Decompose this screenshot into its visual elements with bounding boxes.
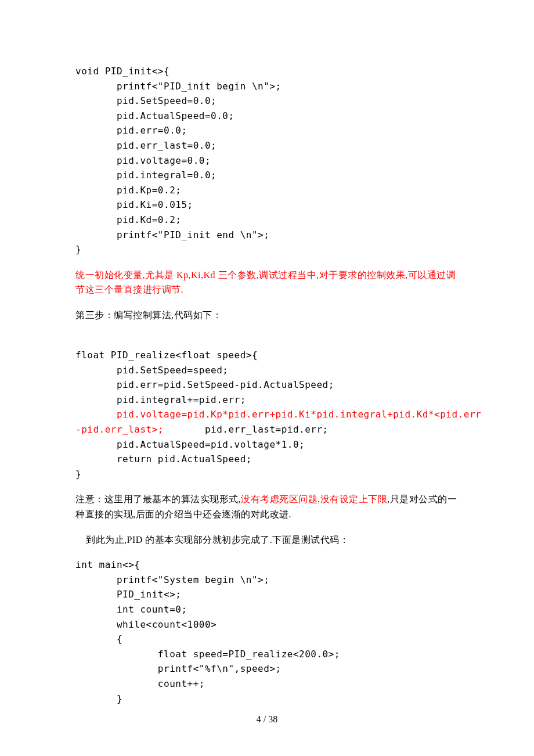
page-number: 4 / 38 [0, 712, 534, 727]
code-block-main: int main<>{ printf<"System begin \n">; P… [75, 557, 459, 706]
code-block-pid-init: void PID_init<>{ printf<"PID_init begin … [75, 64, 459, 257]
code-line: pid.err_last=pid.err; [164, 424, 329, 435]
step3-heading: 第三步：编写控制算法,代码如下： [75, 308, 459, 323]
paragraph-conclusion: 到此为止,PID 的基本实现部分就初步完成了.下面是测试代码： [75, 532, 459, 548]
note-prefix: 注意：这里用了最基本的算法实现形式, [75, 494, 241, 504]
code-line: pid.ActualSpeed=pid.voltage*1.0; [75, 439, 305, 450]
code-line: float PID_realize<float speed>{ [75, 350, 258, 361]
document-page: void PID_init<>{ printf<"PID_init begin … [0, 0, 534, 756]
code-line: pid.err=pid.SetSpeed-pid.ActualSpeed; [75, 379, 334, 390]
code-line-highlight: pid.voltage=pid.Kp*pid.err+pid.Ki*pid.in… [75, 409, 481, 420]
paragraph-init-note: 统一初始化变量,尤其是 Kp,Ki,Kd 三个参数,调试过程当中,对于要求的控制… [75, 268, 459, 297]
code-line: } [75, 469, 81, 480]
code-block-pid-realize: float PID_realize<float speed>{ pid.SetS… [75, 333, 459, 482]
code-line: pid.SetSpeed=speed; [75, 365, 228, 376]
code-line: return pid.ActualSpeed; [75, 453, 252, 465]
paragraph-note: 注意：这里用了最基本的算法实现形式,没有考虑死区问题,没有设定上下限,只是对公式… [75, 492, 459, 521]
note-highlight: 没有考虑死区问题,没有设定上下限 [241, 494, 387, 504]
code-line-highlight: -pid.err_last>; [75, 424, 164, 435]
code-line: pid.integral+=pid.err; [75, 394, 246, 405]
